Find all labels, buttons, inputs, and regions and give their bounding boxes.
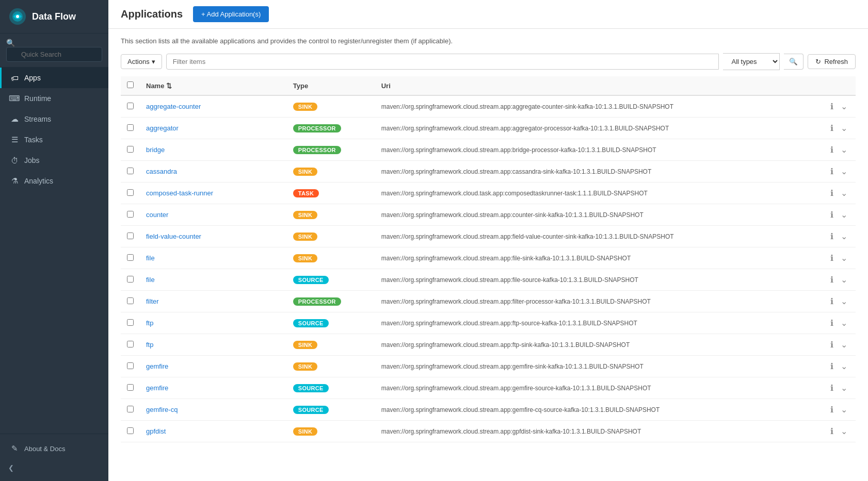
- row-checkbox: [121, 95, 140, 118]
- actions-button[interactable]: Actions ▾: [121, 54, 162, 69]
- app-name-link[interactable]: gemfire: [146, 384, 168, 392]
- info-button[interactable]: ℹ: [829, 295, 834, 307]
- app-name-link[interactable]: cassandra: [146, 168, 177, 175]
- sidebar-item-runtime[interactable]: ⌨Runtime: [0, 88, 108, 109]
- info-button[interactable]: ℹ: [829, 274, 834, 286]
- expand-button[interactable]: ⌄: [839, 404, 849, 416]
- app-name-link[interactable]: counter: [146, 211, 168, 219]
- sidebar-item-jobs[interactable]: ⏱Jobs: [0, 150, 108, 171]
- app-name-link[interactable]: gemfire: [146, 362, 168, 370]
- app-name-link[interactable]: aggregate-counter: [146, 103, 201, 110]
- app-name-link[interactable]: ftp: [146, 341, 153, 349]
- expand-button[interactable]: ⌄: [839, 425, 849, 437]
- info-button[interactable]: ℹ: [829, 425, 834, 437]
- expand-button[interactable]: ⌄: [839, 122, 849, 134]
- info-button[interactable]: ℹ: [829, 230, 834, 242]
- row-actions: ℹ ⌄: [815, 165, 849, 177]
- expand-button[interactable]: ⌄: [839, 144, 849, 156]
- app-name-link[interactable]: bridge: [146, 146, 165, 154]
- info-button[interactable]: ℹ: [829, 404, 834, 416]
- add-application-button[interactable]: + Add Application(s): [193, 6, 269, 22]
- row-actions: ℹ ⌄: [815, 404, 849, 416]
- filter-input[interactable]: [166, 54, 719, 70]
- info-button[interactable]: ℹ: [829, 187, 834, 199]
- info-button[interactable]: ℹ: [829, 101, 834, 112]
- info-button[interactable]: ℹ: [829, 122, 834, 134]
- expand-button[interactable]: ⌄: [839, 295, 849, 307]
- row-select-checkbox[interactable]: [127, 189, 134, 196]
- collapse-icon: ❮: [8, 464, 14, 472]
- table-header: Name ⇅ Type Uri: [121, 76, 856, 95]
- row-select-checkbox[interactable]: [127, 319, 134, 326]
- sidebar-item-tasks[interactable]: ☰Tasks: [0, 129, 108, 150]
- table-row: file SINK maven://org.springframework.cl…: [121, 247, 856, 269]
- expand-button[interactable]: ⌄: [839, 209, 849, 221]
- info-button[interactable]: ℹ: [829, 382, 834, 394]
- info-button[interactable]: ℹ: [829, 144, 834, 156]
- app-name-link[interactable]: aggregator: [146, 124, 179, 132]
- row-name: file: [140, 247, 287, 269]
- app-name-link[interactable]: composed-task-runner: [146, 189, 213, 197]
- row-select-checkbox[interactable]: [127, 384, 134, 391]
- row-select-checkbox[interactable]: [127, 211, 134, 218]
- sort-name[interactable]: Name ⇅: [146, 82, 172, 90]
- expand-button[interactable]: ⌄: [839, 360, 849, 372]
- info-button[interactable]: ℹ: [829, 317, 834, 329]
- row-select-checkbox[interactable]: [127, 341, 134, 347]
- expand-button[interactable]: ⌄: [839, 274, 849, 286]
- sidebar-item-apps[interactable]: 🏷Apps: [0, 68, 108, 88]
- collapse-button[interactable]: ❮: [0, 459, 108, 477]
- expand-button[interactable]: ⌄: [839, 187, 849, 199]
- app-name-link[interactable]: field-value-counter: [146, 233, 201, 240]
- expand-button[interactable]: ⌄: [839, 230, 849, 242]
- type-badge: TASK: [293, 189, 319, 197]
- app-name-link[interactable]: gemfire-cq: [146, 406, 178, 413]
- row-select-checkbox[interactable]: [127, 406, 134, 412]
- row-select-checkbox[interactable]: [127, 124, 134, 131]
- expand-button[interactable]: ⌄: [839, 101, 849, 112]
- row-select-checkbox[interactable]: [127, 103, 134, 109]
- info-button[interactable]: ℹ: [829, 165, 834, 177]
- table-row: gemfire SINK maven://org.springframework…: [121, 356, 856, 377]
- app-name-link[interactable]: ftp: [146, 319, 153, 327]
- type-select[interactable]: All typesSourceSinkProcessorTask: [723, 53, 780, 70]
- expand-button[interactable]: ⌄: [839, 317, 849, 329]
- expand-button[interactable]: ⌄: [839, 165, 849, 177]
- row-select-checkbox[interactable]: [127, 254, 134, 261]
- sidebar-item-streams[interactable]: ☁Streams: [0, 109, 108, 129]
- select-all-checkbox[interactable]: [127, 81, 134, 88]
- row-name: filter: [140, 291, 287, 312]
- refresh-label: Refresh: [824, 58, 848, 65]
- row-select-checkbox[interactable]: [127, 276, 134, 283]
- row-select-checkbox[interactable]: [127, 233, 134, 239]
- search-input[interactable]: [6, 47, 102, 62]
- app-name-link[interactable]: file: [146, 254, 155, 262]
- filter-search-button[interactable]: 🔍: [784, 54, 803, 70]
- app-name-link[interactable]: file: [146, 276, 155, 284]
- table-row: gpfdist SINK maven://org.springframework…: [121, 421, 856, 442]
- row-select-checkbox[interactable]: [127, 297, 134, 304]
- row-actions-cell: ℹ ⌄: [809, 161, 856, 183]
- type-badge: PROCESSOR: [293, 146, 341, 154]
- app-name-link[interactable]: filter: [146, 297, 159, 305]
- expand-button[interactable]: ⌄: [839, 252, 849, 264]
- uri-text: maven://org.springframework.cloud.stream…: [381, 125, 669, 132]
- info-button[interactable]: ℹ: [829, 339, 834, 351]
- refresh-button[interactable]: ↻ Refresh: [808, 54, 856, 69]
- info-button[interactable]: ℹ: [829, 252, 834, 264]
- sidebar-item-about[interactable]: ✎ About & Docs: [0, 438, 108, 459]
- expand-button[interactable]: ⌄: [839, 382, 849, 394]
- row-select-checkbox[interactable]: [127, 362, 134, 369]
- row-select-checkbox[interactable]: [127, 168, 134, 174]
- row-actions-cell: ℹ ⌄: [809, 95, 856, 118]
- app-name-link[interactable]: gpfdist: [146, 427, 166, 435]
- row-checkbox: [121, 269, 140, 291]
- row-select-checkbox[interactable]: [127, 146, 134, 153]
- row-uri: maven://org.springframework.cloud.stream…: [375, 161, 810, 183]
- row-actions: ℹ ⌄: [815, 295, 849, 307]
- info-button[interactable]: ℹ: [829, 209, 834, 221]
- row-select-checkbox[interactable]: [127, 427, 134, 434]
- sidebar-item-analytics[interactable]: ⚗Analytics: [0, 171, 108, 191]
- info-button[interactable]: ℹ: [829, 360, 834, 372]
- expand-button[interactable]: ⌄: [839, 339, 849, 351]
